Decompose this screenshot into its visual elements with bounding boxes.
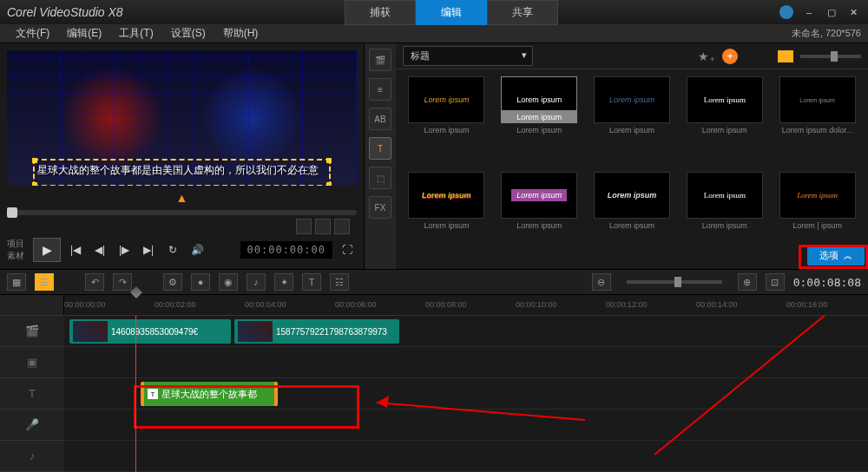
library-thumbnail[interactable]: Lorem ipsum	[501, 172, 577, 219]
video-track-label[interactable]: 🎬	[0, 316, 64, 347]
redo-button[interactable]: ↷	[113, 273, 132, 291]
library-thumbnail[interactable]: Lorem ipsum	[408, 172, 484, 219]
play-button[interactable]: ▶	[33, 238, 61, 262]
voice-track[interactable]	[64, 410, 868, 441]
preview-mode-label[interactable]: 项目 素材	[7, 238, 24, 262]
music-track[interactable]	[64, 441, 868, 472]
resize-handle[interactable]	[326, 182, 332, 186]
lib-tab-transition[interactable]: ≡	[369, 78, 391, 101]
expand-button[interactable]: ⛶	[338, 240, 357, 259]
video-clip[interactable]: 15877579221798763879973	[234, 319, 399, 344]
library-thumbnail[interactable]: Lorem ipsumLorem ipsum	[501, 76, 577, 123]
tab-capture[interactable]: 捕获	[345, 0, 416, 25]
tab-share[interactable]: 共享	[487, 0, 558, 25]
go-start-button[interactable]: |◀	[66, 240, 85, 259]
loop-button[interactable]: ↻	[163, 240, 182, 259]
library-item[interactable]: Lorem ipsumLorem ipsum dolor...	[773, 76, 861, 167]
zoom-slider[interactable]	[627, 280, 722, 284]
minimize-button[interactable]: –	[802, 5, 816, 19]
disc-button[interactable]: ◉	[219, 273, 238, 291]
fit-button[interactable]: ⊡	[766, 273, 785, 291]
scrubber-thumb[interactable]	[7, 207, 17, 218]
lib-tab-title[interactable]: AB	[369, 108, 391, 130]
add-button[interactable]: +	[722, 49, 738, 64]
resize-handle[interactable]	[32, 158, 37, 163]
chapter-button[interactable]: ✦	[274, 273, 293, 291]
lib-tab-media[interactable]: 🎬	[369, 49, 391, 71]
menu-file[interactable]: 文件(F)	[7, 23, 58, 43]
timeline-body[interactable]: 14608935853009479€1587757922179876387997…	[64, 316, 868, 472]
next-frame-button[interactable]: |▶	[115, 240, 134, 259]
title-track-label[interactable]: T	[0, 378, 64, 410]
preview-timecode[interactable]: 00:00:00:00	[240, 241, 332, 259]
title-track[interactable]: T星球大战的整个故事都	[64, 378, 868, 410]
track-button[interactable]: ☷	[330, 273, 349, 291]
view-mode-button[interactable]	[778, 50, 793, 62]
zoom-knob[interactable]	[674, 277, 681, 287]
video-clip[interactable]: 14608935853009479€	[69, 319, 231, 344]
library-category-dropdown[interactable]: 标题	[403, 46, 533, 66]
tab-edit[interactable]: 编辑	[416, 0, 487, 25]
lib-tab-text[interactable]: T	[369, 137, 391, 160]
menu-settings[interactable]: 设置(S)	[162, 23, 214, 43]
maximize-button[interactable]: ▢	[825, 5, 838, 19]
playhead[interactable]	[135, 316, 136, 472]
volume-button[interactable]: 🔊	[187, 240, 207, 259]
close-button[interactable]: ✕	[847, 5, 861, 19]
globe-icon[interactable]	[779, 5, 793, 19]
title-clip[interactable]: T星球大战的整个故事都	[141, 382, 278, 406]
options-button[interactable]: 选项	[807, 246, 865, 266]
cut-button[interactable]	[315, 219, 331, 234]
subtitle-button[interactable]: T	[302, 273, 321, 291]
thumbnail-size-slider[interactable]	[800, 55, 861, 58]
library-item[interactable]: Lorem ipsumLorem ipsum	[589, 76, 676, 167]
undo-button[interactable]: ↶	[85, 273, 104, 291]
menu-help[interactable]: 帮助(H)	[214, 23, 267, 43]
library-thumbnail[interactable]: Lorem ipsum	[779, 172, 856, 219]
lib-tab-fx[interactable]: FX	[369, 196, 391, 219]
voice-track-label[interactable]: 🎤	[0, 410, 64, 441]
go-end-button[interactable]: ▶|	[139, 240, 158, 259]
timeline-timecode[interactable]: 0:00:08:08	[793, 276, 861, 289]
slider-knob[interactable]	[831, 51, 838, 62]
menu-tools[interactable]: 工具(T)	[110, 23, 161, 43]
library-item[interactable]: Lorem ipsumLorem ipsum	[496, 172, 583, 262]
tool-button[interactable]: ⚙	[163, 273, 182, 291]
video-track[interactable]: 14608935853009479€1587757922179876387997…	[64, 316, 868, 347]
lib-tab-graphic[interactable]: ⬚	[369, 167, 391, 189]
resize-handle[interactable]	[326, 158, 332, 163]
library-thumbnail[interactable]: Lorem ipsum	[594, 76, 670, 123]
library-item[interactable]: Lorem ipsumLorem ipsum	[403, 172, 490, 262]
resize-handle[interactable]	[32, 182, 37, 186]
library-thumbnail[interactable]: Lorem ipsum	[687, 76, 763, 123]
favorite-button[interactable]: ★₊	[698, 49, 715, 63]
track-toggle[interactable]	[3, 298, 15, 310]
zoom-in-button[interactable]: ⊕	[738, 273, 757, 291]
track-toggle[interactable]	[17, 298, 30, 310]
mixer-button[interactable]: ♪	[247, 273, 266, 291]
menu-edit[interactable]: 编辑(E)	[58, 23, 110, 43]
overlay-track[interactable]	[64, 347, 868, 378]
library-item[interactable]: Lorem ipsumLorem ipsum	[681, 76, 768, 167]
text-selection-box[interactable]	[33, 159, 331, 186]
mark-in-button[interactable]	[296, 219, 312, 234]
library-thumbnail[interactable]: Lorem ipsum	[408, 76, 484, 123]
preview-canvas[interactable]: 星球大战的整个故事都是由美国人虚构的，所以我们不必在意	[7, 50, 357, 186]
library-thumbnail[interactable]: Lorem ipsum	[779, 76, 856, 123]
library-item[interactable]: Lorem ipsumLorem ipsum	[403, 76, 490, 167]
preview-scrubber[interactable]	[7, 210, 357, 215]
record-button[interactable]: ●	[191, 273, 210, 291]
overlay-track-label[interactable]: ▣	[0, 347, 64, 378]
mark-out-button[interactable]	[334, 219, 350, 234]
storyboard-view-button[interactable]: ▦	[7, 273, 26, 291]
zoom-out-button[interactable]: ⊖	[592, 273, 611, 291]
music-track-label[interactable]: ♪	[0, 441, 64, 472]
library-item[interactable]: Lorem ipsumLorem ipsum	[589, 172, 676, 262]
library-thumbnail[interactable]: Lorem ipsum	[594, 172, 670, 219]
library-item[interactable]: Lorem ipsumLorem ipsumLorem ipsum	[496, 76, 583, 167]
timeline-view-button[interactable]: ☰	[35, 273, 54, 291]
timeline-ruler[interactable]: 00:00:00:0000:00:02:0000:00:04:0000:00:0…	[64, 295, 868, 315]
library-item[interactable]: Lorem ipsumLorem ipsum	[681, 172, 768, 262]
prev-frame-button[interactable]: ◀|	[90, 240, 109, 259]
library-thumbnail[interactable]: Lorem ipsum	[687, 172, 763, 219]
